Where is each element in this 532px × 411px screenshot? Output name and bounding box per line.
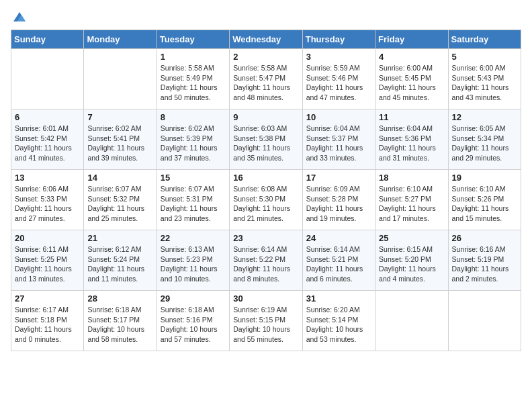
cell-info: Sunrise: 6:10 AMSunset: 5:26 PMDaylight:… [452,185,509,222]
calendar-cell: 26 Sunrise: 6:16 AMSunset: 5:19 PMDaylig… [448,230,521,291]
calendar-cell: 6 Sunrise: 6:01 AMSunset: 5:42 PMDayligh… [11,109,84,170]
calendar-cell: 16 Sunrise: 6:08 AMSunset: 5:30 PMDaylig… [230,170,302,230]
day-number: 9 [233,112,298,122]
calendar-cell: 7 Sunrise: 6:02 AMSunset: 5:41 PMDayligh… [84,109,157,170]
cell-info: Sunrise: 5:58 AMSunset: 5:49 PMDaylight:… [161,64,218,101]
cell-info: Sunrise: 6:13 AMSunset: 5:23 PMDaylight:… [161,245,218,283]
day-number: 7 [87,112,152,122]
day-number: 5 [452,52,517,62]
day-number: 25 [379,233,444,243]
calendar-cell: 28 Sunrise: 6:18 AMSunset: 5:17 PMDaylig… [84,291,157,351]
cell-info: Sunrise: 6:06 AMSunset: 5:33 PMDaylight:… [15,185,72,222]
calendar-cell: 30 Sunrise: 6:19 AMSunset: 5:15 PMDaylig… [230,291,302,351]
cell-info: Sunrise: 6:07 AMSunset: 5:31 PMDaylight:… [161,185,218,222]
calendar-cell: 10 Sunrise: 6:04 AMSunset: 5:37 PMDaylig… [302,109,375,170]
day-number: 3 [306,52,371,62]
calendar-cell: 3 Sunrise: 5:59 AMSunset: 5:46 PMDayligh… [302,49,375,109]
cell-info: Sunrise: 5:59 AMSunset: 5:46 PMDaylight:… [306,64,363,101]
day-number: 17 [306,173,371,183]
cell-info: Sunrise: 6:16 AMSunset: 5:19 PMDaylight:… [452,245,509,283]
calendar-cell: 18 Sunrise: 6:10 AMSunset: 5:27 PMDaylig… [375,170,448,230]
calendar-cell: 9 Sunrise: 6:03 AMSunset: 5:38 PMDayligh… [230,109,302,170]
day-number: 19 [452,173,517,183]
day-number: 16 [233,173,298,183]
cell-info: Sunrise: 5:58 AMSunset: 5:47 PMDaylight:… [233,64,290,101]
calendar-table: SundayMondayTuesdayWednesdayThursdayFrid… [11,30,521,351]
day-header: Sunday [11,30,84,49]
calendar-cell [448,291,521,351]
cell-info: Sunrise: 6:07 AMSunset: 5:32 PMDaylight:… [87,185,144,222]
cell-info: Sunrise: 6:18 AMSunset: 5:16 PMDaylight:… [161,306,218,343]
day-header: Thursday [302,30,375,49]
cell-info: Sunrise: 6:17 AMSunset: 5:18 PMDaylight:… [15,306,72,343]
day-number: 26 [452,233,517,243]
calendar-cell: 17 Sunrise: 6:09 AMSunset: 5:28 PMDaylig… [302,170,375,230]
day-number: 18 [379,173,444,183]
page-header [11,11,521,21]
day-number: 23 [233,233,298,243]
day-number: 27 [15,293,80,304]
day-number: 10 [306,112,371,122]
calendar-week-row: 13 Sunrise: 6:06 AMSunset: 5:33 PMDaylig… [11,170,521,230]
day-header: Wednesday [230,30,302,49]
day-header: Saturday [448,30,521,49]
logo [11,11,27,21]
day-number: 8 [161,112,226,122]
calendar-cell: 25 Sunrise: 6:15 AMSunset: 5:20 PMDaylig… [375,230,448,291]
day-number: 15 [161,173,226,183]
day-number: 11 [379,112,444,122]
calendar-cell: 31 Sunrise: 6:20 AMSunset: 5:14 PMDaylig… [302,291,375,351]
day-number: 29 [161,293,226,304]
day-number: 28 [87,293,152,304]
calendar-cell: 12 Sunrise: 6:05 AMSunset: 5:34 PMDaylig… [448,109,521,170]
calendar-cell [84,49,157,109]
day-number: 20 [15,233,80,243]
calendar-cell: 29 Sunrise: 6:18 AMSunset: 5:16 PMDaylig… [157,291,229,351]
calendar-cell: 8 Sunrise: 6:02 AMSunset: 5:39 PMDayligh… [157,109,229,170]
cell-info: Sunrise: 6:10 AMSunset: 5:27 PMDaylight:… [379,185,436,222]
cell-info: Sunrise: 6:00 AMSunset: 5:43 PMDaylight:… [452,64,509,101]
calendar-cell: 4 Sunrise: 6:00 AMSunset: 5:45 PMDayligh… [375,49,448,109]
cell-info: Sunrise: 6:03 AMSunset: 5:38 PMDaylight:… [233,124,290,162]
day-number: 31 [306,293,371,304]
cell-info: Sunrise: 6:18 AMSunset: 5:17 PMDaylight:… [87,306,144,343]
day-header: Monday [84,30,157,49]
calendar-week-row: 27 Sunrise: 6:17 AMSunset: 5:18 PMDaylig… [11,291,521,351]
calendar-week-row: 1 Sunrise: 5:58 AMSunset: 5:49 PMDayligh… [11,49,521,109]
calendar-week-row: 20 Sunrise: 6:11 AMSunset: 5:25 PMDaylig… [11,230,521,291]
cell-info: Sunrise: 6:11 AMSunset: 5:25 PMDaylight:… [15,245,72,283]
day-number: 2 [233,52,298,62]
cell-info: Sunrise: 6:14 AMSunset: 5:22 PMDaylight:… [233,245,290,283]
day-number: 4 [379,52,444,62]
cell-info: Sunrise: 6:14 AMSunset: 5:21 PMDaylight:… [306,245,363,283]
calendar-cell: 21 Sunrise: 6:12 AMSunset: 5:24 PMDaylig… [84,230,157,291]
calendar-cell: 13 Sunrise: 6:06 AMSunset: 5:33 PMDaylig… [11,170,84,230]
calendar-week-row: 6 Sunrise: 6:01 AMSunset: 5:42 PMDayligh… [11,109,521,170]
day-header: Tuesday [157,30,229,49]
calendar-cell: 11 Sunrise: 6:04 AMSunset: 5:36 PMDaylig… [375,109,448,170]
cell-info: Sunrise: 6:20 AMSunset: 5:14 PMDaylight:… [306,306,363,343]
calendar-cell: 19 Sunrise: 6:10 AMSunset: 5:26 PMDaylig… [448,170,521,230]
calendar-cell: 1 Sunrise: 5:58 AMSunset: 5:49 PMDayligh… [157,49,229,109]
calendar-cell: 14 Sunrise: 6:07 AMSunset: 5:32 PMDaylig… [84,170,157,230]
calendar-cell: 23 Sunrise: 6:14 AMSunset: 5:22 PMDaylig… [230,230,302,291]
calendar-cell: 27 Sunrise: 6:17 AMSunset: 5:18 PMDaylig… [11,291,84,351]
day-number: 6 [15,112,80,122]
day-number: 14 [87,173,152,183]
day-number: 24 [306,233,371,243]
cell-info: Sunrise: 6:19 AMSunset: 5:15 PMDaylight:… [233,306,290,343]
cell-info: Sunrise: 6:15 AMSunset: 5:20 PMDaylight:… [379,245,436,283]
calendar-cell: 5 Sunrise: 6:00 AMSunset: 5:43 PMDayligh… [448,49,521,109]
cell-info: Sunrise: 6:05 AMSunset: 5:34 PMDaylight:… [452,124,509,162]
calendar-cell: 24 Sunrise: 6:14 AMSunset: 5:21 PMDaylig… [302,230,375,291]
cell-info: Sunrise: 6:01 AMSunset: 5:42 PMDaylight:… [15,124,72,162]
calendar-cell: 22 Sunrise: 6:13 AMSunset: 5:23 PMDaylig… [157,230,229,291]
cell-info: Sunrise: 6:04 AMSunset: 5:36 PMDaylight:… [379,124,436,162]
day-header: Friday [375,30,448,49]
day-number: 13 [15,173,80,183]
calendar-cell: 2 Sunrise: 5:58 AMSunset: 5:47 PMDayligh… [230,49,302,109]
cell-info: Sunrise: 6:02 AMSunset: 5:41 PMDaylight:… [87,124,144,162]
cell-info: Sunrise: 6:02 AMSunset: 5:39 PMDaylight:… [161,124,218,162]
cell-info: Sunrise: 6:08 AMSunset: 5:30 PMDaylight:… [233,185,290,222]
calendar-cell: 20 Sunrise: 6:11 AMSunset: 5:25 PMDaylig… [11,230,84,291]
